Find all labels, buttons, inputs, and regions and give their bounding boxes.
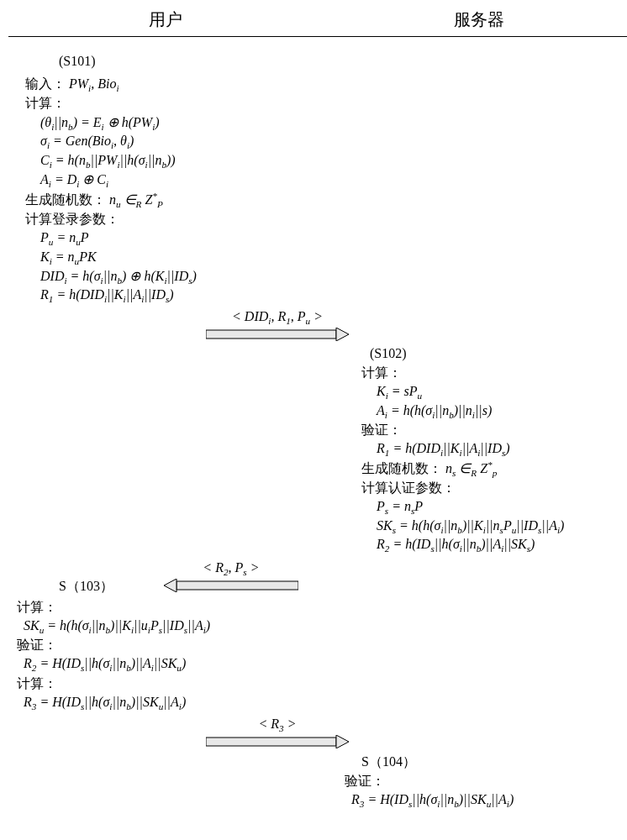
step-s103-label: S（103） (59, 578, 113, 596)
input-label: 输入： (25, 76, 66, 91)
s103-block: 计算： SKu = h(h(σi||nb)||Ki||uiPs||IDs||Ai… (17, 599, 383, 711)
login-label: 计算登录参数： (25, 211, 383, 228)
s102-c1: Ki = sPu (377, 384, 627, 401)
header-row: 用户 服务器 (8, 8, 627, 37)
header-user: 用户 (8, 8, 322, 31)
step-s101-label: (S101) (59, 54, 627, 69)
s102-c2: Ai = h(h(σi||nb)||ni||s) (377, 403, 627, 420)
s102-a2: SKs = h(h(σi||nb)||Ki||nsPu||IDs||Ai) (377, 518, 627, 535)
input-line: 输入： PWi, Bioi (25, 76, 383, 93)
arrow-3: < R3 > (202, 717, 353, 748)
s101-l1: Pu = nuP (40, 230, 383, 247)
arrow-2: < R2, Ps > (164, 560, 298, 592)
s104-v1: R3 = H(IDs||h(σi||nb)||SKu||Ai) (351, 792, 627, 809)
s102-block: 计算： Ki = sPu Ai = h(h(σi||nb)||ni||s) 验证… (361, 365, 627, 554)
s102-rand-label: 生成随机数： (361, 461, 442, 475)
s101-l2: Ki = nuPK (40, 249, 383, 266)
s101-l4: R1 = h(DIDi||Ki||Ai||IDs) (40, 287, 383, 304)
s102-v1: R1 = h(DIDi||Ki||Ai||IDs) (377, 441, 627, 458)
s102-verify-label: 验证： (361, 422, 627, 439)
s101-eq1: (θi||nb) = Ei ⊕ h(PWi) (40, 114, 383, 132)
s102-rand-line: 生成随机数： ns ∈R Z*p (361, 459, 627, 479)
svg-marker-1 (336, 328, 349, 341)
s102-a3: R2 = h(IDs||h(σi||nb)||Ai||SKs) (377, 537, 627, 554)
s103-c2: R3 = H(IDs||h(σi||nb)||SKu||Ai) (24, 695, 383, 711)
rand-label: 生成随机数： (25, 192, 106, 207)
svg-rect-0 (206, 330, 336, 339)
s101-eq4: Ai = Di ⊕ Ci (40, 171, 383, 189)
s103-calc-label2: 计算： (17, 675, 383, 693)
arrow-1: < DIDi, R1, Pu > (202, 309, 353, 341)
svg-marker-5 (336, 735, 349, 748)
step-s102-label: (S102) (370, 346, 627, 361)
calc-label: 计算： (25, 95, 383, 113)
s102-auth-label: 计算认证参数： (361, 480, 627, 497)
s101-eq3: Ci = h(nb||PWi||h(σi||nb)) (40, 153, 383, 170)
s101-block: 输入： PWi, Bioi 计算： (θi||nb) = Ei ⊕ h(PWi)… (25, 76, 383, 304)
header-server: 服务器 (322, 8, 627, 31)
s101-rand-line: 生成随机数： nu ∈R Z*P (25, 191, 383, 210)
s102-a1: Ps = nsP (377, 499, 627, 516)
svg-marker-3 (164, 579, 177, 592)
step-s104-label: S（104） (361, 753, 627, 771)
s103-v1: R2 = H(IDs||h(σi||nb)||Ai||SKu) (24, 656, 383, 673)
arrow-right-icon (206, 735, 349, 748)
svg-rect-4 (206, 738, 336, 746)
s104-block: 验证： R3 = H(IDs||h(σi||nb)||SKu||Ai) (345, 773, 627, 809)
arrow-left-icon (164, 579, 298, 592)
s101-eq2: σi = Gen(Bioi, θi) (40, 134, 383, 150)
s103-calc-label: 计算： (17, 599, 383, 617)
s101-l3: DIDi = h(σi||nb) ⊕ h(Ki||IDs) (40, 268, 383, 286)
arrow-3-label: < R3 > (259, 717, 297, 733)
s103-verify-label: 验证： (17, 637, 383, 654)
s102-calc-label: 计算： (361, 365, 627, 382)
svg-rect-2 (177, 581, 298, 590)
arrow-2-label: < R2, Ps > (203, 560, 259, 577)
arrow-1-label: < DIDi, R1, Pu > (232, 309, 323, 326)
arrow-right-icon (206, 328, 349, 341)
s103-c1: SKu = h(h(σi||nb)||Ki||uiPs||IDs||Ai) (24, 618, 383, 635)
s104-verify-label: 验证： (345, 773, 627, 790)
